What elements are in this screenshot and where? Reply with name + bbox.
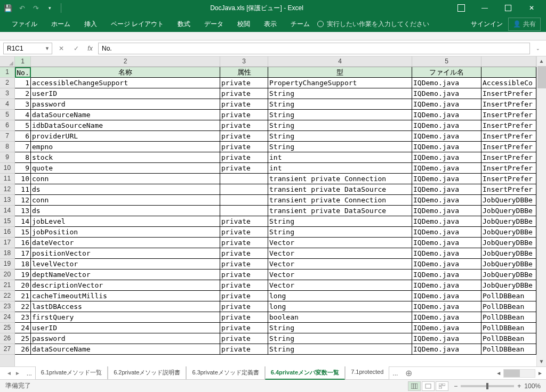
data-cell[interactable]: IQDemo.java bbox=[412, 131, 481, 142]
row-header[interactable]: 2 bbox=[0, 78, 14, 88]
data-cell[interactable]: JobQueryDBBe bbox=[481, 280, 536, 291]
select-all-corner[interactable] bbox=[0, 56, 15, 67]
data-cell[interactable]: AccessibleCo bbox=[481, 78, 536, 88]
hscroll-right-icon[interactable]: ► bbox=[537, 370, 543, 376]
data-cell[interactable]: private bbox=[220, 344, 268, 355]
data-cell[interactable]: InsertPrefer bbox=[481, 131, 536, 142]
row-header[interactable]: 27 bbox=[0, 344, 14, 355]
data-cell[interactable]: IQDemo.java bbox=[412, 312, 481, 323]
row-header[interactable]: 17 bbox=[0, 238, 14, 248]
data-cell[interactable]: private bbox=[220, 216, 268, 227]
header-cell[interactable]: No. bbox=[15, 67, 31, 78]
column-headers[interactable]: 12345 bbox=[15, 56, 536, 67]
data-cell[interactable]: IQDemo.java bbox=[412, 259, 481, 270]
data-cell[interactable]: private bbox=[220, 142, 268, 152]
data-cell[interactable]: 2 bbox=[15, 88, 31, 99]
maximize-button[interactable] bbox=[497, 1, 519, 15]
data-cell[interactable]: private bbox=[220, 99, 268, 110]
share-button[interactable]: 👤共有 bbox=[508, 18, 541, 31]
row-header[interactable]: 5 bbox=[0, 110, 14, 120]
row-header[interactable]: 6 bbox=[0, 120, 14, 131]
header-cell[interactable]: 名称 bbox=[31, 67, 220, 78]
tab-file[interactable]: ファイル bbox=[5, 17, 44, 32]
data-cell[interactable]: int bbox=[268, 152, 412, 163]
header-cell[interactable]: 属性 bbox=[220, 67, 268, 78]
tab-view[interactable]: 表示 bbox=[258, 17, 283, 32]
data-cell[interactable] bbox=[220, 174, 268, 184]
data-cell[interactable]: private bbox=[220, 152, 268, 163]
data-cell[interactable]: IQDemo.java bbox=[412, 110, 481, 120]
minimize-button[interactable]: — bbox=[473, 1, 496, 15]
vertical-scrollbar[interactable]: ▲ ▼ bbox=[536, 56, 546, 366]
cells-area[interactable]: No.名称属性型ファイル名1accessibleChangeSupportpri… bbox=[15, 67, 536, 366]
data-cell[interactable]: String bbox=[268, 120, 412, 131]
col-header[interactable]: 2 bbox=[31, 56, 220, 67]
data-cell[interactable]: 6 bbox=[15, 131, 31, 142]
sheet-tab[interactable]: 7.1protected bbox=[345, 366, 389, 380]
data-cell[interactable]: InsertPrefer bbox=[481, 99, 536, 110]
data-cell[interactable]: IQDemo.java bbox=[412, 78, 481, 88]
data-cell[interactable]: String bbox=[268, 99, 412, 110]
data-cell[interactable]: boolean bbox=[268, 312, 412, 323]
data-cell[interactable]: String bbox=[268, 333, 412, 344]
zoom-in-button[interactable]: + bbox=[517, 382, 521, 390]
data-cell[interactable]: jobLevel bbox=[31, 216, 220, 227]
data-cell[interactable] bbox=[220, 195, 268, 206]
data-cell[interactable]: 26 bbox=[15, 344, 31, 355]
data-cell[interactable]: dateVector bbox=[31, 238, 220, 248]
row-header[interactable]: 15 bbox=[0, 216, 14, 227]
tab-review[interactable]: 校閲 bbox=[231, 17, 256, 32]
data-cell[interactable]: IQDemo.java bbox=[412, 174, 481, 184]
row-header[interactable]: 19 bbox=[0, 259, 14, 270]
row-header[interactable]: 23 bbox=[0, 301, 14, 312]
data-cell[interactable]: 4 bbox=[15, 110, 31, 120]
data-cell[interactable]: JobQueryDBBe bbox=[481, 195, 536, 206]
data-cell[interactable]: 13 bbox=[15, 206, 31, 216]
data-cell[interactable]: accessibleChangeSupport bbox=[31, 78, 220, 88]
col-header[interactable]: 4 bbox=[268, 56, 412, 67]
data-cell[interactable]: ds bbox=[31, 206, 220, 216]
header-cell[interactable] bbox=[481, 67, 536, 78]
row-header[interactable]: 22 bbox=[0, 291, 14, 301]
data-cell[interactable]: dataSourceName bbox=[31, 110, 220, 120]
row-header[interactable]: 12 bbox=[0, 184, 14, 195]
data-cell[interactable]: 3 bbox=[15, 99, 31, 110]
tell-me[interactable]: 実行したい作業を入力してください bbox=[317, 20, 429, 29]
data-cell[interactable]: PollDBBean bbox=[481, 344, 536, 355]
data-cell[interactable]: InsertPrefer bbox=[481, 184, 536, 195]
data-cell[interactable]: IQDemo.java bbox=[412, 120, 481, 131]
data-cell[interactable]: lastDBAccess bbox=[31, 301, 220, 312]
data-cell[interactable]: IQDemo.java bbox=[412, 216, 481, 227]
data-cell[interactable]: IQDemo.java bbox=[412, 88, 481, 99]
data-cell[interactable]: long bbox=[268, 291, 412, 301]
data-cell[interactable]: IQDemo.java bbox=[412, 142, 481, 152]
view-normal-button[interactable] bbox=[408, 381, 421, 391]
tab-formulas[interactable]: 数式 bbox=[171, 17, 197, 32]
ribbon-display-icon[interactable] bbox=[450, 1, 472, 15]
redo-icon[interactable]: ↷ bbox=[31, 3, 41, 13]
data-cell[interactable]: transient private Connection bbox=[268, 174, 412, 184]
formula-input[interactable]: No. bbox=[98, 43, 530, 54]
header-cell[interactable]: ファイル名 bbox=[412, 67, 481, 78]
data-cell[interactable]: stock bbox=[31, 152, 220, 163]
sheet-tab[interactable]: 6.2privateメソッド説明書 bbox=[108, 366, 186, 380]
row-header[interactable]: 14 bbox=[0, 206, 14, 216]
data-cell[interactable]: String bbox=[268, 323, 412, 333]
data-cell[interactable]: firstQuery bbox=[31, 312, 220, 323]
data-cell[interactable]: quote bbox=[31, 163, 220, 174]
data-cell[interactable]: String bbox=[268, 227, 412, 238]
data-cell[interactable]: Vector bbox=[268, 280, 412, 291]
data-cell[interactable]: IQDemo.java bbox=[412, 206, 481, 216]
row-header[interactable]: 8 bbox=[0, 142, 14, 152]
data-cell[interactable]: IQDemo.java bbox=[412, 238, 481, 248]
scroll-up-icon[interactable]: ▲ bbox=[537, 56, 546, 66]
scroll-thumb[interactable] bbox=[537, 66, 546, 88]
sheet-next-icon[interactable]: ► bbox=[15, 370, 20, 376]
data-cell[interactable]: 22 bbox=[15, 301, 31, 312]
sheet-nav[interactable]: ◄► bbox=[3, 370, 23, 376]
row-header[interactable]: 24 bbox=[0, 312, 14, 323]
row-header[interactable]: 20 bbox=[0, 270, 14, 280]
row-headers[interactable]: 1234567891011121314151617181920212223242… bbox=[0, 67, 15, 366]
data-cell[interactable]: IQDemo.java bbox=[412, 163, 481, 174]
data-cell[interactable]: 1 bbox=[15, 78, 31, 88]
